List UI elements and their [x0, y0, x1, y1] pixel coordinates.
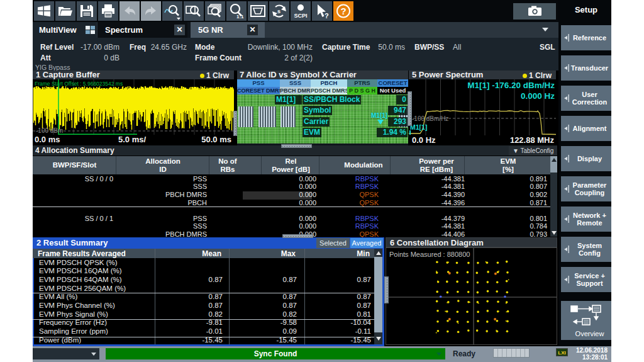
svg-text:-100 dBm: -100 dBm — [36, 127, 63, 134]
svg-text:?: ? — [341, 6, 347, 16]
svg-text:s: s — [277, 8, 280, 14]
svg-text:SCPI: SCPI — [294, 13, 308, 19]
svg-text:Frame Start Offset : 5.9660235: Frame Start Offset : 5.966023542 ms — [35, 81, 123, 87]
svg-text:1:1: 1:1 — [236, 14, 244, 20]
svg-text:M1[1]: M1[1] — [410, 123, 427, 131]
svg-text:?: ? — [325, 12, 329, 20]
svg-text:-100 dBm/Hz: -100 dBm/Hz — [412, 115, 448, 122]
